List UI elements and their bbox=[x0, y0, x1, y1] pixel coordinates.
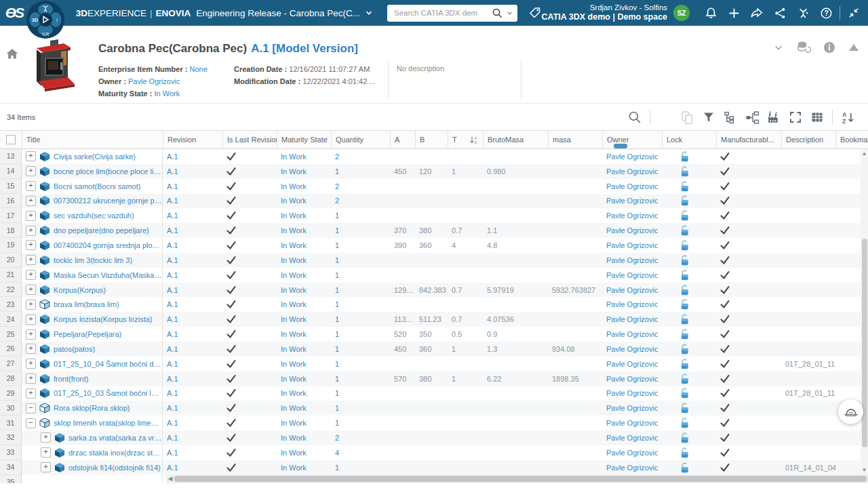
owner-link[interactable]: Pavle Ogrizovic bbox=[606, 300, 658, 308]
3ds-logo[interactable]: ƟS bbox=[3, 5, 26, 21]
column-header-is-last-revision[interactable]: Is Last Revision bbox=[222, 131, 277, 148]
3ds-community-icon[interactable] bbox=[791, 1, 814, 24]
maturity-state-value[interactable]: In Work bbox=[281, 330, 307, 338]
owner-link[interactable]: Pavle Ogrizovic bbox=[606, 449, 658, 457]
add-icon[interactable] bbox=[655, 107, 675, 127]
scroll-up-arrow-icon[interactable]: ▲ bbox=[861, 150, 868, 157]
lock-open-icon[interactable] bbox=[680, 388, 690, 399]
chevron-down-icon[interactable] bbox=[773, 42, 784, 53]
product-thumbnail[interactable] bbox=[31, 38, 79, 94]
maturity-state-value[interactable]: In Work bbox=[281, 345, 307, 353]
table-row[interactable]: 34+odstojnik fi14(odstojnik fi14)A.1In W… bbox=[0, 460, 868, 475]
owner-link[interactable]: Pavle Ogrizovic bbox=[606, 315, 658, 323]
lock-open-icon[interactable] bbox=[680, 329, 690, 340]
owner-link[interactable]: Pavle Ogrizovic bbox=[606, 360, 658, 368]
lock-open-icon[interactable] bbox=[680, 195, 690, 206]
table-row[interactable]: 27+01T_25_10_04 Šamot bočni des...A.1In … bbox=[0, 357, 868, 371]
lock-open-icon[interactable] bbox=[680, 151, 690, 162]
title-link[interactable]: brava lim(brava lim) bbox=[54, 300, 119, 308]
maturity-state-value[interactable]: In Work bbox=[281, 271, 307, 279]
table-row[interactable]: 26+patos(patos)A.1In Work145036011.3934.… bbox=[0, 342, 868, 357]
title-link[interactable]: Pepeljara(Pepeljara) bbox=[54, 330, 121, 338]
column-header-description[interactable]: Description bbox=[781, 131, 835, 148]
app-title-chevron-icon[interactable] bbox=[364, 8, 374, 18]
share-nodes-icon[interactable] bbox=[768, 1, 791, 24]
lock-open-icon[interactable] bbox=[680, 373, 690, 384]
scroll-down-arrow-icon[interactable]: ▼ bbox=[861, 467, 868, 473]
column-header-owner[interactable]: Owner bbox=[602, 131, 662, 148]
owner-link[interactable]: Pavle Ogrizovic bbox=[606, 375, 658, 383]
owner-link[interactable]: Pavle Ogrizovic bbox=[606, 271, 658, 279]
expand-row-button[interactable]: + bbox=[26, 314, 36, 325]
title-link[interactable]: patos(patos) bbox=[54, 345, 95, 353]
maturity-state-value[interactable]: In Work bbox=[281, 241, 307, 249]
expand-row-button[interactable]: + bbox=[26, 300, 36, 310]
table-row[interactable]: 17+sec vazduh(sec vazduh)A.1In Work1Pavl… bbox=[0, 208, 868, 223]
bell-icon[interactable] bbox=[699, 1, 722, 24]
table-row[interactable]: 24+Korpus lozista(Korpus lozista)A.1In W… bbox=[0, 312, 868, 327]
3dexperience-compass[interactable]: 3D i V,R bbox=[26, 0, 65, 42]
table-row[interactable]: 33+drzac stakla inox(drzac stakla...A.1I… bbox=[0, 445, 868, 460]
lock-open-icon[interactable] bbox=[680, 462, 690, 473]
owner-link[interactable]: Pavle Ogrizovic bbox=[606, 211, 658, 220]
owner-link[interactable]: Pavle Ogrizovic bbox=[128, 77, 180, 85]
global-search[interactable] bbox=[387, 5, 517, 22]
table-row[interactable]: 30−Rora sklop(Rora sklop)A.1In Work1Pavl… bbox=[0, 401, 868, 415]
maturity-state-value[interactable]: In Work bbox=[281, 315, 307, 323]
expand-row-button[interactable]: + bbox=[26, 329, 36, 340]
maturity-state-value[interactable]: In Work bbox=[155, 89, 180, 98]
maturity-state-value[interactable]: In Work bbox=[281, 300, 307, 308]
home-icon[interactable] bbox=[5, 47, 19, 63]
table-row[interactable]: 13+Civija sarke(Civija sarke)A.1In Work2… bbox=[0, 149, 868, 164]
expand-row-button[interactable]: + bbox=[26, 151, 36, 161]
lock-open-icon[interactable] bbox=[680, 299, 690, 310]
database-status-icon[interactable] bbox=[796, 41, 811, 54]
column-header-revision[interactable]: Revision bbox=[163, 131, 222, 148]
expand-row-button[interactable]: + bbox=[41, 432, 51, 443]
select-all-checkbox[interactable] bbox=[6, 135, 16, 144]
avatar[interactable]: SZ bbox=[673, 5, 690, 21]
tree-view-icon[interactable] bbox=[720, 107, 741, 127]
column-header-manufacturabl[interactable]: Manufacturabl... bbox=[716, 131, 781, 148]
expand-row-button[interactable]: + bbox=[26, 196, 36, 206]
expand-row-button[interactable]: + bbox=[26, 373, 36, 384]
expand-row-button[interactable]: + bbox=[26, 226, 36, 236]
title-link[interactable]: front(front) bbox=[54, 375, 88, 383]
table-row[interactable]: 28+front(front)A.1In Work157038016.22189… bbox=[0, 371, 868, 386]
user-block[interactable]: Srdjan Zivkov - Solfins CATIA 3DX demo |… bbox=[542, 3, 668, 23]
lock-open-icon[interactable] bbox=[680, 447, 690, 458]
table-row[interactable]: 20+tockic lim 3(tockic lim 3)A.1In Work1… bbox=[0, 253, 868, 268]
search-icon[interactable] bbox=[492, 7, 503, 19]
owner-link[interactable]: Pavle Ogrizovic bbox=[606, 241, 658, 249]
title-link[interactable]: Korpus(Korpus) bbox=[54, 286, 106, 294]
owner-link[interactable]: Pavle Ogrizovic bbox=[606, 152, 658, 161]
column-header-a[interactable]: A bbox=[390, 131, 415, 148]
maturity-state-value[interactable]: In Work bbox=[281, 419, 307, 427]
expand-row-button[interactable]: + bbox=[26, 181, 36, 191]
maturity-state-value[interactable]: In Work bbox=[281, 152, 307, 161]
lock-open-icon[interactable] bbox=[680, 418, 690, 428]
owner-link[interactable]: Pavle Ogrizovic bbox=[606, 389, 658, 397]
expand-row-button[interactable]: + bbox=[26, 285, 36, 295]
table-row[interactable]: 31−sklop limenih vrata(sklop limenih ...… bbox=[0, 415, 868, 430]
column-header-lock[interactable]: Lock bbox=[662, 131, 716, 148]
lock-open-icon[interactable] bbox=[680, 225, 690, 236]
collapse-window-icon[interactable] bbox=[842, 1, 865, 24]
search-options-chevron-icon[interactable] bbox=[506, 9, 513, 17]
maturity-state-value[interactable]: In Work bbox=[281, 375, 307, 383]
table-row[interactable]: 18+dno pepeljare(dno pepeljare)A.1In Wor… bbox=[0, 223, 868, 238]
maturity-state-value[interactable]: In Work bbox=[281, 167, 307, 176]
title-link[interactable]: Korpus lozista(Korpus lozista) bbox=[54, 315, 153, 323]
lock-open-icon[interactable] bbox=[680, 403, 690, 413]
table-row[interactable]: 29+01T_25_10_03 Šamot bočni levi ...A.1I… bbox=[0, 386, 868, 401]
title-link[interactable]: 007400204 gornja srednja ploca(... bbox=[54, 241, 162, 249]
title-link[interactable]: Rora sklop(Rora sklop) bbox=[54, 404, 130, 412]
vertical-scrollbar[interactable]: ▲ ▼ bbox=[861, 149, 868, 474]
column-header-maturity-state[interactable]: Maturity State bbox=[277, 131, 331, 148]
expand-row-button[interactable]: + bbox=[26, 255, 36, 265]
lock-open-icon[interactable] bbox=[680, 240, 690, 251]
lock-open-icon[interactable] bbox=[680, 210, 690, 221]
expand-row-button[interactable]: + bbox=[26, 270, 36, 280]
collapse-row-button[interactable]: − bbox=[26, 403, 36, 413]
owner-link[interactable]: Pavle Ogrizovic bbox=[606, 256, 658, 264]
